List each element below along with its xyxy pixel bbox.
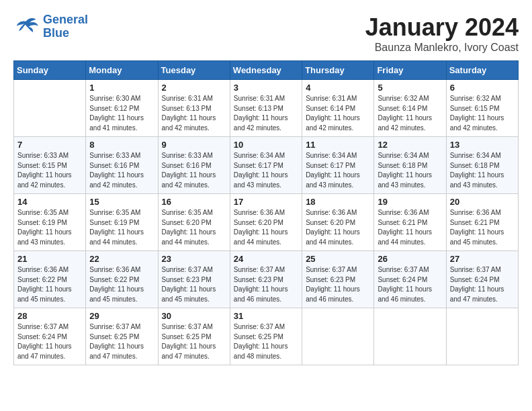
day-number: 27 — [450, 254, 515, 264]
day-number: 31 — [234, 311, 298, 321]
day-info: Sunrise: 6:31 AMSunset: 6:14 PMDaylight:… — [306, 94, 370, 133]
day-info: Sunrise: 6:37 AMSunset: 6:25 PMDaylight:… — [162, 322, 226, 361]
calendar-week-row: 28Sunrise: 6:37 AMSunset: 6:24 PMDayligh… — [14, 308, 519, 365]
table-row — [446, 308, 518, 365]
table-row: 24Sunrise: 6:37 AMSunset: 6:23 PMDayligh… — [230, 251, 302, 308]
day-info: Sunrise: 6:37 AMSunset: 6:23 PMDaylight:… — [234, 265, 298, 304]
day-info: Sunrise: 6:33 AMSunset: 6:16 PMDaylight:… — [89, 151, 154, 190]
table-row: 22Sunrise: 6:36 AMSunset: 6:22 PMDayligh… — [86, 251, 158, 308]
day-number: 13 — [450, 140, 515, 150]
day-info: Sunrise: 6:32 AMSunset: 6:15 PMDaylight:… — [450, 94, 515, 133]
day-number: 11 — [306, 140, 370, 150]
table-row: 10Sunrise: 6:34 AMSunset: 6:17 PMDayligh… — [230, 137, 302, 194]
day-number: 6 — [450, 83, 515, 93]
day-info: Sunrise: 6:37 AMSunset: 6:25 PMDaylight:… — [234, 322, 298, 361]
day-info: Sunrise: 6:34 AMSunset: 6:18 PMDaylight:… — [378, 151, 442, 190]
day-info: Sunrise: 6:33 AMSunset: 6:15 PMDaylight:… — [17, 151, 82, 190]
day-info: Sunrise: 6:35 AMSunset: 6:19 PMDaylight:… — [17, 208, 82, 247]
location-title: Baunza Manlekro, Ivory Coast — [365, 42, 519, 54]
day-number: 3 — [234, 83, 298, 93]
logo: General Blue — [13, 13, 88, 40]
month-title: January 2024 — [365, 13, 519, 42]
calendar-table: Sunday Monday Tuesday Wednesday Thursday… — [13, 60, 519, 365]
table-row: 31Sunrise: 6:37 AMSunset: 6:25 PMDayligh… — [230, 308, 302, 365]
col-wednesday: Wednesday — [230, 61, 302, 80]
day-number: 25 — [306, 254, 370, 264]
day-number: 18 — [306, 197, 370, 207]
table-row: 1Sunrise: 6:30 AMSunset: 6:12 PMDaylight… — [86, 80, 158, 137]
logo-icon — [13, 16, 40, 38]
table-row — [302, 308, 374, 365]
day-info: Sunrise: 6:36 AMSunset: 6:22 PMDaylight:… — [89, 265, 154, 304]
table-row: 27Sunrise: 6:37 AMSunset: 6:24 PMDayligh… — [446, 251, 518, 308]
calendar-week-row: 7Sunrise: 6:33 AMSunset: 6:15 PMDaylight… — [14, 137, 519, 194]
table-row: 19Sunrise: 6:36 AMSunset: 6:21 PMDayligh… — [374, 194, 446, 251]
table-row: 28Sunrise: 6:37 AMSunset: 6:24 PMDayligh… — [14, 308, 86, 365]
day-number: 24 — [234, 254, 298, 264]
day-info: Sunrise: 6:37 AMSunset: 6:23 PMDaylight:… — [306, 265, 370, 304]
table-row: 18Sunrise: 6:36 AMSunset: 6:20 PMDayligh… — [302, 194, 374, 251]
day-info: Sunrise: 6:35 AMSunset: 6:19 PMDaylight:… — [89, 208, 154, 247]
calendar-week-row: 1Sunrise: 6:30 AMSunset: 6:12 PMDaylight… — [14, 80, 519, 137]
day-info: Sunrise: 6:32 AMSunset: 6:14 PMDaylight:… — [378, 94, 442, 133]
page-header: General Blue January 2024 Baunza Manlekr… — [13, 13, 519, 54]
day-number: 9 — [162, 140, 226, 150]
day-number: 22 — [89, 254, 154, 264]
table-row: 8Sunrise: 6:33 AMSunset: 6:16 PMDaylight… — [86, 137, 158, 194]
col-tuesday: Tuesday — [158, 61, 230, 80]
day-info: Sunrise: 6:31 AMSunset: 6:13 PMDaylight:… — [234, 94, 298, 133]
table-row: 13Sunrise: 6:34 AMSunset: 6:18 PMDayligh… — [446, 137, 518, 194]
day-number: 5 — [378, 83, 442, 93]
day-number: 12 — [378, 140, 442, 150]
day-info: Sunrise: 6:33 AMSunset: 6:16 PMDaylight:… — [162, 151, 226, 190]
table-row: 29Sunrise: 6:37 AMSunset: 6:25 PMDayligh… — [86, 308, 158, 365]
col-friday: Friday — [374, 61, 446, 80]
day-info: Sunrise: 6:34 AMSunset: 6:17 PMDaylight:… — [306, 151, 370, 190]
table-row: 26Sunrise: 6:37 AMSunset: 6:24 PMDayligh… — [374, 251, 446, 308]
day-number: 7 — [17, 140, 82, 150]
day-number: 1 — [89, 83, 154, 93]
col-sunday: Sunday — [14, 61, 86, 80]
table-row: 23Sunrise: 6:37 AMSunset: 6:23 PMDayligh… — [158, 251, 230, 308]
table-row: 6Sunrise: 6:32 AMSunset: 6:15 PMDaylight… — [446, 80, 518, 137]
day-info: Sunrise: 6:36 AMSunset: 6:22 PMDaylight:… — [17, 265, 82, 304]
day-number: 2 — [162, 83, 226, 93]
day-info: Sunrise: 6:37 AMSunset: 6:24 PMDaylight:… — [17, 322, 82, 361]
table-row: 16Sunrise: 6:35 AMSunset: 6:20 PMDayligh… — [158, 194, 230, 251]
col-saturday: Saturday — [446, 61, 518, 80]
day-info: Sunrise: 6:35 AMSunset: 6:20 PMDaylight:… — [162, 208, 226, 247]
table-row — [14, 80, 86, 137]
table-row: 9Sunrise: 6:33 AMSunset: 6:16 PMDaylight… — [158, 137, 230, 194]
day-info: Sunrise: 6:30 AMSunset: 6:12 PMDaylight:… — [89, 94, 154, 133]
table-row: 7Sunrise: 6:33 AMSunset: 6:15 PMDaylight… — [14, 137, 86, 194]
day-info: Sunrise: 6:31 AMSunset: 6:13 PMDaylight:… — [162, 94, 226, 133]
day-number: 10 — [234, 140, 298, 150]
day-info: Sunrise: 6:37 AMSunset: 6:23 PMDaylight:… — [162, 265, 226, 304]
day-number: 29 — [89, 311, 154, 321]
day-number: 14 — [17, 197, 82, 207]
day-number: 21 — [17, 254, 82, 264]
day-number: 26 — [378, 254, 442, 264]
day-number: 17 — [234, 197, 298, 207]
table-row — [374, 308, 446, 365]
table-row: 2Sunrise: 6:31 AMSunset: 6:13 PMDaylight… — [158, 80, 230, 137]
day-info: Sunrise: 6:37 AMSunset: 6:24 PMDaylight:… — [450, 265, 515, 304]
table-row: 4Sunrise: 6:31 AMSunset: 6:14 PMDaylight… — [302, 80, 374, 137]
table-row: 11Sunrise: 6:34 AMSunset: 6:17 PMDayligh… — [302, 137, 374, 194]
day-number: 30 — [162, 311, 226, 321]
day-info: Sunrise: 6:34 AMSunset: 6:17 PMDaylight:… — [234, 151, 298, 190]
calendar-week-row: 21Sunrise: 6:36 AMSunset: 6:22 PMDayligh… — [14, 251, 519, 308]
day-info: Sunrise: 6:37 AMSunset: 6:25 PMDaylight:… — [89, 322, 154, 361]
col-thursday: Thursday — [302, 61, 374, 80]
calendar-header-row: Sunday Monday Tuesday Wednesday Thursday… — [14, 61, 519, 80]
calendar-week-row: 14Sunrise: 6:35 AMSunset: 6:19 PMDayligh… — [14, 194, 519, 251]
logo-text: General Blue — [43, 13, 88, 40]
title-section: January 2024 Baunza Manlekro, Ivory Coas… — [365, 13, 519, 54]
day-number: 19 — [378, 197, 442, 207]
day-info: Sunrise: 6:36 AMSunset: 6:21 PMDaylight:… — [378, 208, 442, 247]
day-info: Sunrise: 6:36 AMSunset: 6:20 PMDaylight:… — [306, 208, 370, 247]
table-row: 15Sunrise: 6:35 AMSunset: 6:19 PMDayligh… — [86, 194, 158, 251]
table-row: 20Sunrise: 6:36 AMSunset: 6:21 PMDayligh… — [446, 194, 518, 251]
day-info: Sunrise: 6:34 AMSunset: 6:18 PMDaylight:… — [450, 151, 515, 190]
table-row: 25Sunrise: 6:37 AMSunset: 6:23 PMDayligh… — [302, 251, 374, 308]
